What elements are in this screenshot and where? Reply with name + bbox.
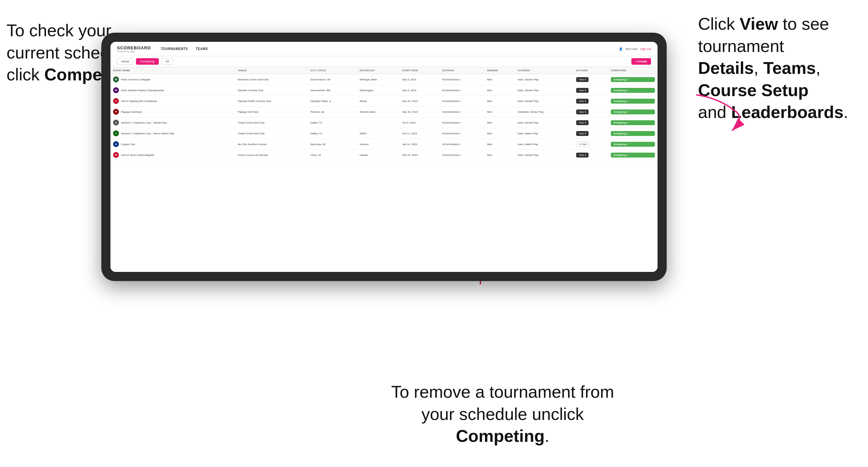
cell-venue: American Dunes Golf Club — [235, 74, 308, 85]
competing-badge[interactable]: Competing ✓ — [611, 110, 655, 114]
table-row: I OFCC Fighting Illini Invitational Olym… — [111, 96, 657, 106]
info-icon: ℹ — [585, 121, 586, 124]
cell-start-date: Oct 11, 2023 — [399, 128, 439, 139]
event-name-text: Copper Cup — [121, 143, 135, 146]
annotation-top-right: Click View to see tournament Details, Te… — [698, 13, 862, 124]
info-icon: ℹ — [585, 100, 586, 103]
event-name-text: Jackson T. Stephens Cup – Men's Match Pl… — [121, 132, 174, 135]
competing-badge[interactable]: Competing ✓ — [611, 131, 655, 136]
info-icon: ℹ — [585, 78, 586, 81]
cell-scoring: team, Stroke Play — [515, 96, 574, 106]
competing-badge[interactable]: Competing ✓ — [611, 77, 655, 82]
cell-scoring: team, Stroke Play — [515, 117, 574, 128]
col-venue: VENUE — [235, 67, 308, 74]
cell-event-name: P Papago Individual — [111, 106, 235, 117]
cell-actions: View ℹ — [574, 106, 608, 117]
view-button[interactable]: View ℹ — [576, 99, 589, 103]
cell-scoring: team, Stroke Play — [515, 85, 574, 96]
user-label: Test User — [625, 48, 638, 51]
nav-teams[interactable]: TEAMS — [196, 46, 208, 52]
cell-scoring: team, Stroke Play — [515, 74, 574, 85]
col-hosted-by: HOSTED BY — [357, 67, 400, 74]
edit-button[interactable]: ✏ Edit — [576, 142, 589, 147]
cell-gender: Men — [484, 117, 515, 128]
col-start-date: START DATE — [399, 67, 439, 74]
view-button[interactable]: View ℹ — [576, 131, 589, 136]
nav-links: TOURNAMENTS TEAMS — [161, 46, 619, 52]
competing-badge[interactable]: Competing ✓ — [611, 120, 655, 125]
cell-competing: Competing ✓ — [608, 139, 657, 150]
info-icon: ℹ — [585, 111, 586, 114]
competing-badge[interactable]: Competing ✓ — [611, 153, 655, 157]
team-logo: J — [113, 130, 119, 136]
create-button[interactable]: + Create — [631, 58, 651, 65]
cell-start-date: Feb 15, 2024 — [399, 150, 439, 160]
all-filter-btn[interactable]: All — [161, 58, 173, 65]
cell-city-state: Olympia Fields, IL — [308, 96, 357, 106]
info-icon: ℹ — [585, 132, 586, 135]
col-actions: ACTIONS — [574, 67, 608, 74]
annotation-bottom: To remove a tournament from your schedul… — [388, 381, 617, 447]
cell-division: NCAA Division I — [440, 128, 485, 139]
cell-venue: Trinity Forest Golf Club — [235, 128, 308, 139]
cell-hosted-by: ABAC — [357, 128, 400, 139]
cell-division: NCAA Division I — [440, 106, 485, 117]
cell-event-name: I OFCC Fighting Illini Invitational — [111, 96, 235, 106]
team-logo: J — [113, 120, 119, 125]
team-logo: W — [113, 87, 119, 93]
home-filter-btn[interactable]: Home — [117, 58, 133, 65]
cell-actions: View ℹ — [574, 74, 608, 85]
cell-hosted-by: Arizona State — [357, 106, 400, 117]
view-button[interactable]: View ℹ — [576, 77, 589, 82]
cell-start-date: Oct 9, 2023 — [399, 117, 439, 128]
view-button[interactable]: View ℹ — [576, 153, 589, 157]
cell-competing: Competing ✓ — [608, 74, 657, 85]
cell-city-state: Maricopa, AZ — [308, 139, 357, 150]
cell-gender: Men — [484, 74, 515, 85]
competing-badge[interactable]: Competing ✓ — [611, 142, 655, 147]
cell-hosted-by: Hawaii — [357, 150, 400, 160]
logo-sub-text: Powered by clippi — [117, 50, 151, 53]
competing-badge[interactable]: Competing ✓ — [611, 99, 655, 103]
cell-hosted-by: Arizona — [357, 139, 400, 150]
cell-hosted-by: Michigan State — [357, 74, 400, 85]
cell-event-name: J Jackson T. Stephens Cup – Stroke Play — [111, 117, 235, 128]
view-button[interactable]: View ℹ — [576, 110, 589, 114]
view-button[interactable]: View ℹ — [576, 88, 589, 93]
cell-scoring: team, Stroke Play — [515, 150, 574, 160]
cell-start-date: Jan 14, 2024 — [399, 139, 439, 150]
table-row: W 2023 Sahalee Players Championship Saha… — [111, 85, 657, 96]
cell-event-name: A Copper Cup — [111, 139, 235, 150]
cell-venue: Papago Golf Club — [235, 106, 308, 117]
competing-badge[interactable]: Competing ✓ — [611, 88, 655, 93]
filter-bar: Home Competing All + Create — [111, 56, 657, 67]
cell-venue: Trinity Forest Golf Club — [235, 117, 308, 128]
cell-venue: Olympia Fields Country Club — [235, 96, 308, 106]
nav-tournaments[interactable]: TOURNAMENTS — [161, 46, 188, 52]
cell-scoring: team, Match Play — [515, 128, 574, 139]
col-city-state: CITY, STATE — [308, 67, 357, 74]
cell-actions: View ℹ — [574, 150, 608, 160]
cell-division: NCAA Division I — [440, 117, 485, 128]
scoreboard-logo: SCOREBOARD Powered by clippi — [117, 45, 151, 53]
competing-filter-btn[interactable]: Competing — [136, 58, 159, 65]
table-body: M Folds of Honor Collegiate American Dun… — [111, 74, 657, 160]
cell-hosted-by: Washington — [357, 85, 400, 96]
event-name-text: Jackson T. Stephens Cup – Stroke Play — [121, 121, 167, 124]
table-row: J Jackson T. Stephens Cup – Stroke Play … — [111, 117, 657, 128]
view-button[interactable]: View ℹ — [576, 120, 589, 125]
user-icon: 👤 — [619, 48, 623, 51]
cell-city-state: Lihue, HI — [308, 150, 357, 160]
cell-venue: Sahalee Country Club — [235, 85, 308, 96]
table-row: P Papago Individual Papago Golf ClubPhoe… — [111, 106, 657, 117]
cell-division: NCAA Division I — [440, 96, 485, 106]
cell-scoring: team, Match Play — [515, 139, 574, 150]
cell-venue: Ocean Course At Hokuala — [235, 150, 308, 160]
tablet-screen: SCOREBOARD Powered by clippi TOURNAMENTS… — [111, 42, 657, 272]
cell-start-date: Sep 15, 2023 — [399, 96, 439, 106]
nav-right: 👤 Test User Sign out — [619, 48, 651, 51]
signout-label[interactable]: Sign out — [640, 48, 651, 51]
cell-actions: View ℹ — [574, 128, 608, 139]
table-row: H John A. Burns Intercollegiate Ocean Co… — [111, 150, 657, 160]
cell-actions: View ℹ — [574, 85, 608, 96]
